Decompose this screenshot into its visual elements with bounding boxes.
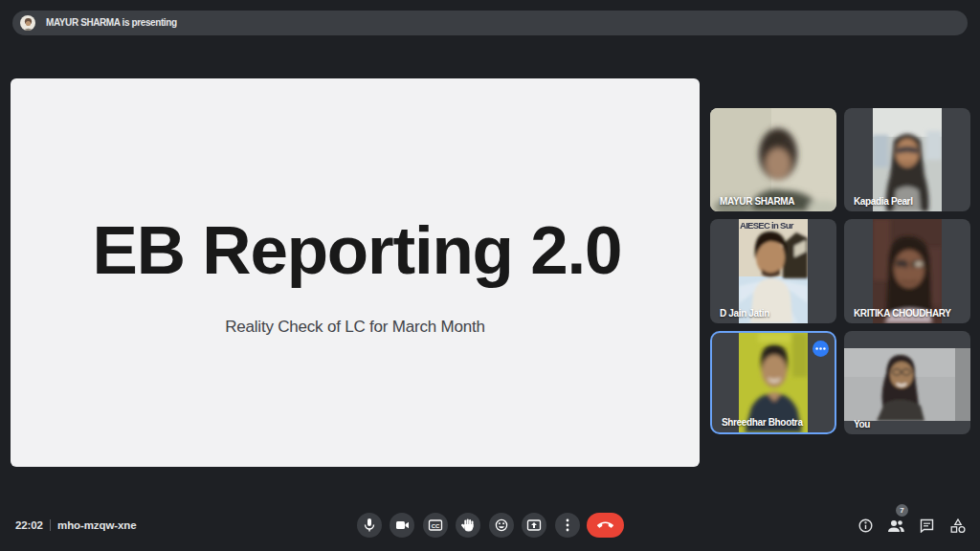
svg-text:AIESEC in Sur: AIESEC in Sur — [740, 220, 794, 231]
svg-text:CC: CC — [432, 523, 440, 529]
